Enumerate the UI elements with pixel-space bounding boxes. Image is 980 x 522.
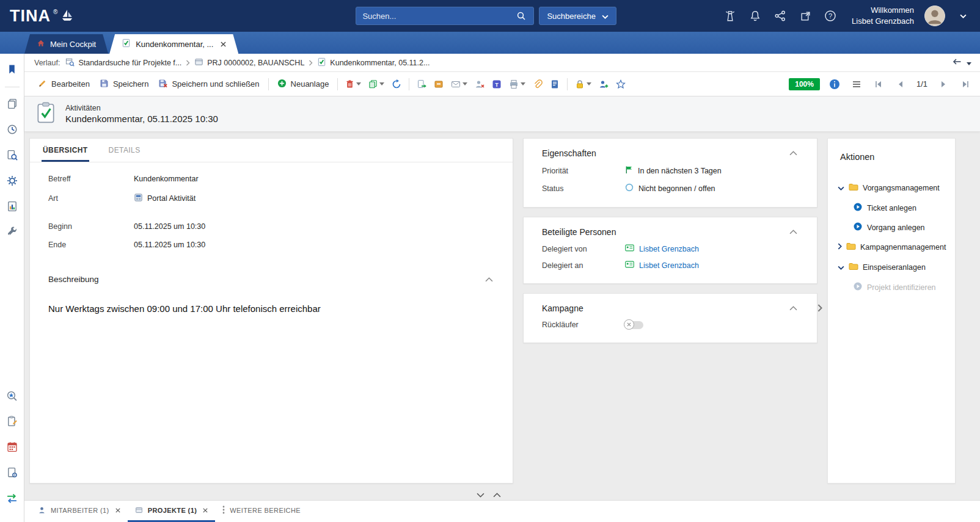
lighthouse-icon[interactable] <box>723 9 737 23</box>
copy-record-button[interactable] <box>365 76 388 92</box>
save-label: Speichern <box>113 79 149 89</box>
back-arrow-icon[interactable] <box>952 57 962 68</box>
search-doc-icon[interactable] <box>4 147 20 163</box>
share-icon[interactable] <box>773 9 788 23</box>
action-group-kampagnenmanagement[interactable]: Kampagnenmanagement <box>838 242 948 252</box>
breadcrumb-item-search[interactable]: Standardsuche für Projekte f... <box>65 57 181 68</box>
search-areas-button[interactable]: Suchbereiche <box>539 7 616 25</box>
search-input[interactable] <box>362 12 514 21</box>
nav-first-icon[interactable] <box>871 77 886 92</box>
returns-toggle[interactable] <box>625 321 643 329</box>
record-title: Kundenkommentar, 05.11.2025 10:30 <box>65 114 218 124</box>
pencil-icon <box>38 79 47 90</box>
clipboard-edit-icon[interactable] <box>4 413 20 429</box>
tab-details[interactable]: DETAILS <box>108 139 142 162</box>
nav-prev-icon[interactable] <box>893 77 908 92</box>
save-button[interactable]: Speichern <box>95 76 154 93</box>
close-icon[interactable] <box>203 508 208 513</box>
open-external-icon[interactable] <box>798 9 813 23</box>
delete-button[interactable] <box>342 76 365 92</box>
nav-next-icon[interactable] <box>936 77 951 92</box>
tab-mein-cockpit[interactable]: Mein Cockpit <box>24 34 108 54</box>
workspace-tabbar: Mein Cockpit Kundenkommentar, ... <box>0 32 980 54</box>
pages-icon[interactable] <box>4 96 20 112</box>
field-art: Art Portal Aktivität <box>48 193 494 204</box>
actions-title: Aktionen <box>840 152 948 162</box>
zoom-badge[interactable]: 100% <box>789 78 820 90</box>
save-icon <box>100 79 109 90</box>
card-title: Beteiligte Personen <box>542 227 616 237</box>
new-record-button[interactable]: Neuanlage <box>272 76 334 93</box>
tab-uebersicht[interactable]: ÜBERSICHT <box>42 139 89 162</box>
report-icon[interactable] <box>4 198 20 214</box>
hamburger-icon[interactable] <box>849 77 864 92</box>
close-icon[interactable] <box>221 42 226 47</box>
status-row: Status Nicht begonnen / offen <box>542 183 799 194</box>
attachment-button[interactable] <box>529 76 546 92</box>
help-icon[interactable]: ? <box>823 9 838 23</box>
person-remove-button[interactable] <box>471 76 488 92</box>
collapse-card-icon[interactable] <box>788 150 799 157</box>
collapse-card-icon[interactable] <box>788 228 799 236</box>
collapse-card-icon[interactable] <box>788 305 799 312</box>
detail-tabs: ÜBERSICHT DETAILS <box>30 139 513 162</box>
refresh-button[interactable] <box>388 76 405 92</box>
panel-expander-icon[interactable] <box>815 302 825 316</box>
action-vorgang-anlegen[interactable]: Vorgang anlegen <box>854 222 948 233</box>
nav-last-icon[interactable] <box>958 77 973 92</box>
history-icon[interactable] <box>4 121 20 137</box>
tools-icon[interactable] <box>4 224 20 240</box>
collapse-down-icon[interactable] <box>477 493 485 498</box>
task-check-icon <box>317 57 326 68</box>
field-value: Portal Aktivität <box>134 193 196 204</box>
delegated-from-link[interactable]: Lisbet Grenzbach <box>639 245 699 253</box>
bottom-tab-weitere-bereiche[interactable]: WEITERE BEREICHE <box>215 501 308 522</box>
breadcrumb-item-activity[interactable]: Kundenkommentar, 05.11.2... <box>317 57 430 68</box>
close-icon[interactable] <box>115 508 120 513</box>
status-value: Nicht begonnen / offen <box>625 183 715 194</box>
body-row: Verlauf: Standardsuche für Projekte f...… <box>0 54 980 522</box>
action-ticket-anlegen[interactable]: Ticket anlegen <box>854 203 948 213</box>
bookmark-icon[interactable] <box>4 61 20 77</box>
gear-icon[interactable] <box>4 173 20 189</box>
bottom-tab-mitarbeiter[interactable]: MITARBEITER (1) <box>31 501 128 522</box>
tab-kundenkommentar[interactable]: Kundenkommentar, ... <box>109 34 238 54</box>
logo-text: TINA <box>10 8 51 24</box>
calendar-icon[interactable] <box>4 439 20 455</box>
search-icon[interactable] <box>514 9 528 23</box>
avatar[interactable] <box>924 5 945 26</box>
document-blue-button[interactable] <box>546 76 563 92</box>
favorite-star-button[interactable] <box>612 76 629 92</box>
home-icon <box>37 39 45 49</box>
collapse-up-icon[interactable] <box>493 493 501 498</box>
print-button[interactable] <box>505 76 529 92</box>
lock-button[interactable] <box>571 76 595 92</box>
transfer-icon[interactable] <box>4 490 20 506</box>
archive-button[interactable] <box>430 76 447 92</box>
email-button[interactable] <box>447 76 471 92</box>
flag-icon <box>625 165 633 176</box>
star-search-icon[interactable] <box>4 388 20 404</box>
edit-button[interactable]: Bearbeiten <box>33 76 95 93</box>
delegated-to-link[interactable]: Lisbet Grenzbach <box>639 261 699 270</box>
bell-icon[interactable] <box>748 9 762 23</box>
search-box[interactable] <box>356 7 534 25</box>
history-dropdown-icon[interactable] <box>967 59 971 67</box>
app-logo[interactable]: TINA ® <box>10 8 75 24</box>
bottom-tab-projekte[interactable]: PROJEKTE (1) <box>128 501 216 522</box>
info-icon[interactable] <box>827 77 842 92</box>
breadcrumb-item-project[interactable]: PRJ 0000002, BAUANSCHL <box>194 57 304 68</box>
collapse-description-icon[interactable] <box>484 276 494 283</box>
teams-button[interactable]: T <box>488 76 505 92</box>
action-group-einspeiseranlagen[interactable]: Einspeiseranlagen <box>838 262 948 272</box>
doc-gear-icon[interactable] <box>4 465 20 480</box>
caret-down-icon <box>521 82 525 85</box>
main-column: Verlauf: Standardsuche für Projekte f...… <box>24 54 980 522</box>
record-header: Aktivitäten Kundenkommentar, 05.11.2025 … <box>24 96 980 132</box>
person-add-button[interactable] <box>595 76 612 92</box>
user-menu-chevron-icon[interactable] <box>956 9 970 23</box>
save-close-button[interactable]: Speichern und schließen <box>153 76 264 93</box>
description-header: Beschreibung <box>30 259 513 284</box>
action-group-vorgangsmanagement[interactable]: Vorgangsmanagement <box>838 183 948 193</box>
forward-document-button[interactable] <box>413 76 430 92</box>
